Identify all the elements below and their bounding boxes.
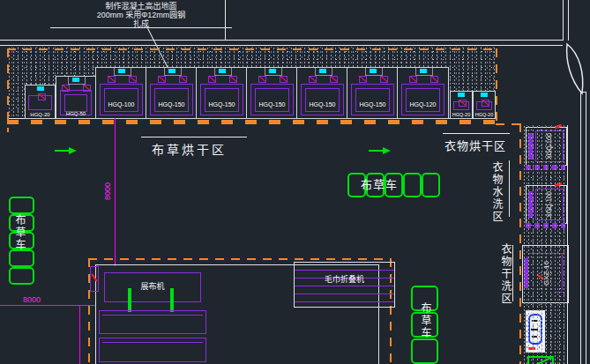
- drum-inner-outline: [104, 88, 138, 112]
- red-mark-icon: [229, 76, 236, 82]
- folder-roller-line: [295, 286, 394, 286]
- steam-connector-icon: [208, 76, 216, 83]
- drum-inner-outline: [305, 88, 340, 112]
- dryer-label: HGQ-150: [297, 101, 347, 108]
- dryer-machine: HGQ-20: [450, 91, 473, 119]
- flow-arrow-icon: [55, 147, 78, 156]
- dryer-machine: HGQ-50: [56, 76, 96, 119]
- steam-connector-icon: [430, 76, 438, 83]
- arrow-shaft: [55, 150, 70, 152]
- linen-cart: [411, 338, 438, 364]
- wall-fixture: [90, 266, 99, 292]
- dryer-machine: HGQ-150: [296, 67, 348, 119]
- linen-cart: [9, 249, 34, 267]
- drum-outline: [28, 95, 52, 110]
- dryer-label: HGQ-20: [24, 112, 56, 117]
- steam-connector-icon: [330, 76, 338, 83]
- drum-inner-outline: [406, 88, 440, 112]
- steam-connector-icon: [108, 76, 116, 83]
- steam-connector-icon: [258, 76, 266, 83]
- towel-folder-machine: 毛巾折叠机: [294, 262, 395, 308]
- folder-roller-line: [295, 293, 394, 294]
- ironer-inner-line: [102, 342, 203, 343]
- dryer-label: HGQ-20: [472, 112, 497, 117]
- steam-connector-icon: [229, 76, 237, 83]
- flow-arrow-icon: [369, 147, 392, 156]
- spreader-leg: [170, 288, 174, 312]
- steam-connector-icon: [179, 76, 187, 83]
- dryer-label: HGQ-150: [247, 101, 297, 108]
- cad-floorplan-canvas: 制作混凝土高出地面 200mm 采用Φ12mm圆钢 扎成 HGQ-20HGQ-5…: [0, 0, 590, 364]
- red-mark-icon: [258, 76, 265, 82]
- steam-connector-icon: [280, 76, 288, 83]
- vent-port-icon: [37, 86, 44, 91]
- dryer-machine: HGQ-20: [473, 91, 496, 119]
- wash-column-hatch: [522, 125, 567, 364]
- folder-roller-line: [295, 270, 394, 271]
- red-mark-icon: [430, 76, 437, 82]
- vent-bracket: [315, 68, 332, 76]
- red-mark-icon: [129, 76, 136, 82]
- wash-column-right-line: [567, 125, 568, 364]
- red-mark-icon: [330, 76, 337, 82]
- spreader-leg: [128, 288, 131, 312]
- red-mark-icon: [208, 76, 215, 82]
- vent-bracket: [68, 77, 86, 85]
- dryer-machine: HGQ-150: [196, 67, 248, 119]
- red-mark-icon: [158, 76, 165, 82]
- zone-line-washing: [509, 160, 510, 217]
- cart-label-left: 布草车: [12, 214, 27, 251]
- dryer-machine: HGQ-150: [347, 67, 399, 119]
- drum-inner-outline: [205, 88, 239, 112]
- zone-boundary-finishing-top: [88, 258, 390, 260]
- zone-overline-linen: [141, 137, 247, 137]
- zone-label-linen-drying: 布草烘干区: [152, 140, 227, 158]
- steam-connector-icon: [129, 76, 137, 83]
- linen-cart: [9, 267, 34, 285]
- dryer-machine: HGQ-120: [397, 67, 449, 119]
- spreader-machine: 展布机: [104, 272, 201, 302]
- cart-label-middle: 布草车: [361, 175, 398, 192]
- arrow-shaft: [369, 150, 384, 152]
- vent-bracket: [114, 68, 131, 76]
- zone-label-clothes-drying: 衣物烘干区: [444, 137, 506, 153]
- red-mark-icon: [359, 76, 366, 82]
- dryer-label: HGQ-150: [347, 101, 398, 108]
- vent-bracket: [415, 68, 433, 76]
- red-mark-icon: [179, 76, 186, 82]
- linen-cart: [403, 173, 422, 197]
- spreader-label: 展布机: [105, 280, 200, 292]
- steam-connector-icon: [359, 76, 367, 83]
- ironer-inner-line: [102, 315, 203, 316]
- drum-inner-outline: [255, 88, 289, 112]
- dimension-value-horizontal: 8000: [23, 295, 41, 304]
- zone-line-dry-cleaning: [512, 245, 513, 301]
- steam-connector-icon: [409, 76, 417, 83]
- dimension-line-vertical: [115, 118, 116, 266]
- vent-port-icon: [481, 93, 488, 97]
- steam-connector-icon: [380, 76, 388, 83]
- dimension-value-vertical: 8000: [103, 182, 112, 200]
- dryer-machine: HGQ-20: [25, 85, 56, 119]
- steam-connector-icon: [158, 76, 166, 83]
- vent-bracket: [214, 68, 232, 76]
- ironer-machine: [99, 338, 206, 362]
- drain-diagonal: [532, 357, 552, 364]
- red-mark-icon: [108, 76, 115, 82]
- cart-label-bottom-right: 布草车: [418, 302, 433, 339]
- floor-drain-icon: [527, 356, 554, 364]
- zone-label-dry-cleaning: 衣物干洗区: [498, 243, 513, 305]
- zone-label-washing: 衣物水洗区: [489, 161, 504, 223]
- vent-bracket: [265, 68, 282, 76]
- drum-inner-outline: [154, 88, 189, 112]
- dryer-label: HGQ-120: [398, 101, 448, 108]
- folder-roller-line: [295, 301, 394, 302]
- linen-cart: [422, 173, 440, 197]
- dryer-label: HGQ-150: [197, 101, 247, 108]
- dimension-extension-line: [79, 305, 80, 364]
- dryer-label: HGQ-20: [449, 112, 474, 117]
- dryer-label: HGQ-100: [96, 101, 146, 108]
- drum-outline: [453, 101, 469, 110]
- red-mark-icon: [91, 273, 97, 281]
- red-mark-icon: [409, 76, 416, 82]
